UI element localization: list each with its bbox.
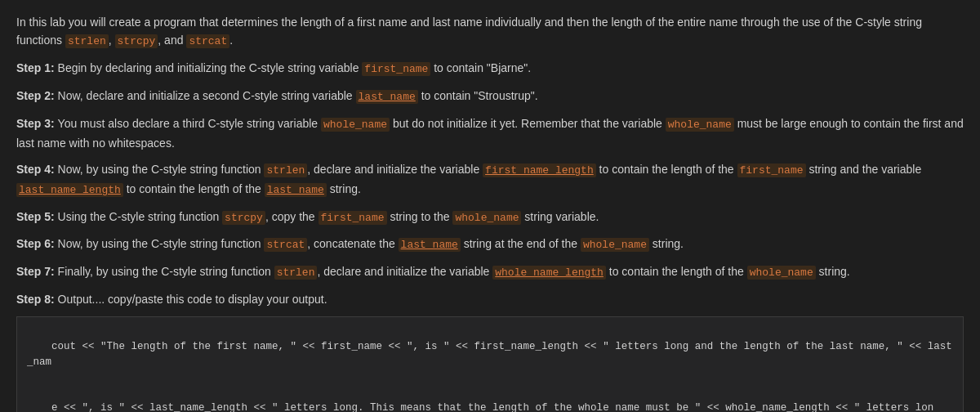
whole-name-length-ref-1: whole_name_length xyxy=(492,266,606,280)
first-name-ref-3: first_name xyxy=(318,211,387,225)
step-6: Step 6: Now, by using the C-style string… xyxy=(16,235,964,254)
step-1-text: Begin by declaring and initializing the … xyxy=(58,61,363,74)
last-name-ref-3: last_name xyxy=(399,238,461,252)
strlen-ref-1: strlen xyxy=(65,34,109,48)
strlen-ref-2: strlen xyxy=(264,163,307,177)
step-4-text: Now, by using the C-style string functio… xyxy=(58,163,265,176)
step-4-mid3: string and the variable xyxy=(806,163,922,176)
step-1-after: to contain "Bjarne". xyxy=(430,61,531,74)
first-name-ref-2: first_name xyxy=(737,163,806,177)
code-line-2: e << ", is " << last_name_length << " le… xyxy=(27,402,933,412)
step-1: Step 1: Begin by declaring and initializ… xyxy=(16,59,964,78)
step-7-mid: , declare and initialize the variable xyxy=(317,265,492,278)
step-7-mid2: to contain the length of the xyxy=(606,265,747,278)
step-6-mid: , concatenate the xyxy=(307,237,398,250)
step-4-mid4: to contain the length of the xyxy=(123,182,265,195)
step-2-text: Now, declare and initialize a second C-s… xyxy=(58,89,356,102)
step-6-after: string. xyxy=(649,237,684,250)
step-6-text: Now, by using the C-style string functio… xyxy=(58,237,265,250)
step-5-text: Using the C-style string function xyxy=(58,210,223,223)
step-4-mid2: to contain the length of the xyxy=(596,163,737,176)
whole-name-ref-5: whole_name xyxy=(747,266,816,280)
step-8-text: Output.... copy/paste this code to displ… xyxy=(58,293,327,306)
step-2: Step 2: Now, declare and initialize a se… xyxy=(16,87,964,106)
strcpy-ref-1: strcpy xyxy=(115,34,158,48)
step-4-mid: , declare and initialize the variable xyxy=(307,163,483,176)
last-name-ref-2: last_name xyxy=(265,183,327,197)
step-5-mid: , copy the xyxy=(265,210,318,223)
first-name-ref-1: first_name xyxy=(362,62,430,76)
intro-comma: , xyxy=(109,34,115,47)
intro-paragraph: In this lab you will create a program th… xyxy=(16,13,964,51)
step-1-label: Step 1: xyxy=(16,61,58,74)
step-5-after: string variable. xyxy=(521,210,599,223)
step-7-label: Step 7: xyxy=(16,265,58,278)
step-4: Step 4: Now, by using the C-style string… xyxy=(16,160,964,199)
main-content: In this lab you will create a program th… xyxy=(0,0,980,412)
whole-name-ref-3: whole_name xyxy=(452,211,521,225)
whole-name-ref-1: whole_name xyxy=(321,118,390,132)
last-name-ref-1: last_name xyxy=(356,90,418,104)
intro-period: . xyxy=(229,34,233,47)
step-3-label: Step 3: xyxy=(16,117,58,130)
step-3: Step 3: You must also declare a third C-… xyxy=(16,114,964,152)
step-4-label: Step 4: xyxy=(16,163,58,176)
last-name-length-ref-1: last_name_length xyxy=(16,183,123,197)
step-3-mid: but do not initialize it yet. Remember t… xyxy=(390,117,666,130)
strlen-ref-3: strlen xyxy=(274,266,318,280)
step-2-label: Step 2: xyxy=(16,89,58,102)
strcat-ref-2: strcat xyxy=(264,238,307,252)
step-8-label: Step 8: xyxy=(16,293,58,306)
step-5-label: Step 5: xyxy=(16,210,58,223)
step-6-mid2: string at the end of the xyxy=(461,237,581,250)
first-name-length-ref-1: first_name_length xyxy=(483,163,596,177)
step-7: Step 7: Finally, by using the C-style st… xyxy=(16,262,964,282)
strcpy-ref-2: strcpy xyxy=(222,211,265,225)
intro-and: , and xyxy=(158,34,186,47)
step-3-text: You must also declare a third C-style st… xyxy=(58,117,321,130)
whole-name-ref-2: whole_name xyxy=(666,118,734,132)
step-5: Step 5: Using the C-style string functio… xyxy=(16,208,964,227)
step-7-text: Finally, by using the C-style string fun… xyxy=(58,265,274,278)
step-8: Step 8: Output.... copy/paste this code … xyxy=(16,290,964,308)
whole-name-ref-4: whole_name xyxy=(581,238,649,252)
step-2-after: to contain "Stroustrup". xyxy=(418,89,538,102)
step-4-after: string. xyxy=(327,182,361,195)
step-5-mid2: string to the xyxy=(387,210,453,223)
step-7-after: string. xyxy=(816,265,850,278)
step-6-label: Step 6: xyxy=(16,237,58,250)
strcat-ref-1: strcat xyxy=(186,34,229,48)
code-block: cout << "The length of the first name, "… xyxy=(16,316,964,412)
code-line-1: cout << "The length of the first name, "… xyxy=(27,341,952,368)
